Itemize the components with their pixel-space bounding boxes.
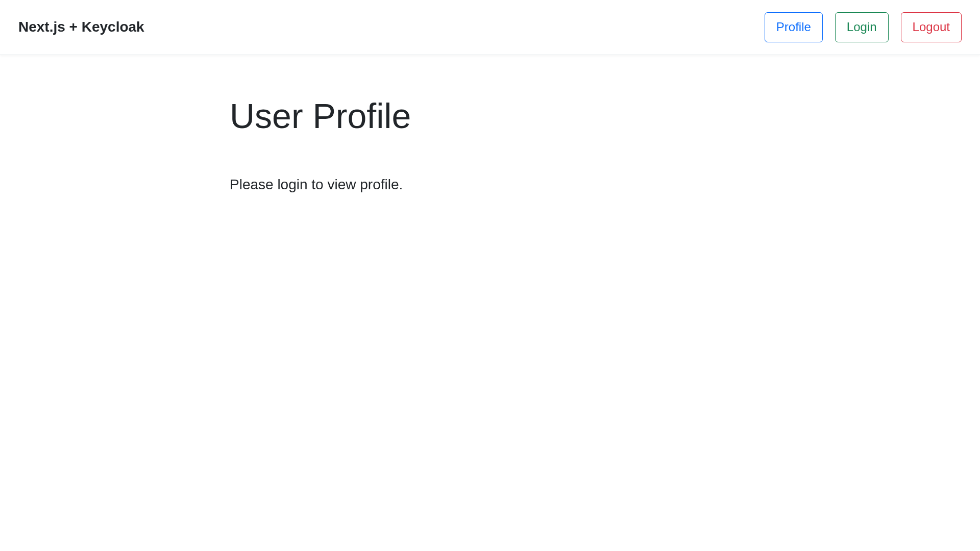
navbar: Next.js + Keycloak Profile Login Logout xyxy=(0,0,980,55)
main-content: User Profile Please login to view profil… xyxy=(219,55,761,223)
nav-buttons: Profile Login Logout xyxy=(765,12,962,42)
logout-button[interactable]: Logout xyxy=(901,12,962,42)
brand-title: Next.js + Keycloak xyxy=(18,19,144,35)
profile-button[interactable]: Profile xyxy=(765,12,823,42)
login-message: Please login to view profile. xyxy=(230,177,750,193)
login-button[interactable]: Login xyxy=(835,12,889,42)
page-title: User Profile xyxy=(230,96,750,136)
